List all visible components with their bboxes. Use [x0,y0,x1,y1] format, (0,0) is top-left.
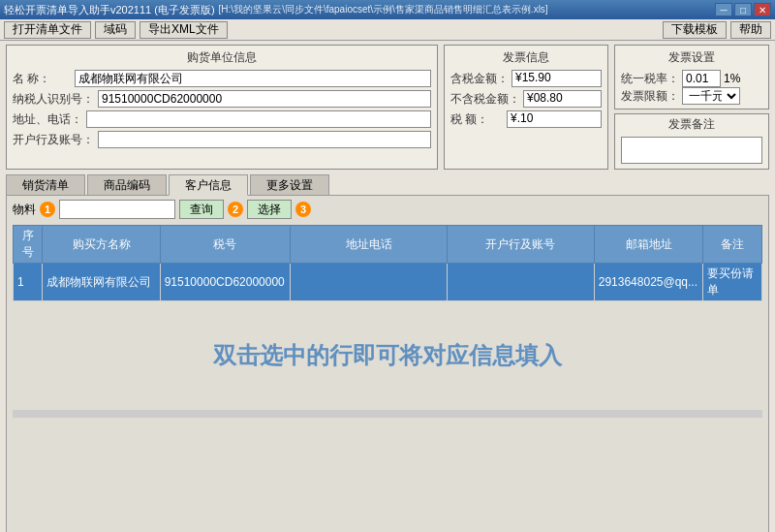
tab-bar: 销货清单 商品编码 客户信息 更多设置 [6,174,769,196]
name-label: 名 称： [13,71,71,87]
tax-label: 税 额： [450,111,504,128]
minimize-button[interactable]: ─ [715,3,732,16]
purchase-info-box: 购货单位信息 名 称： 纳税人识别号： 地址、电话： 开户行及账号： [6,45,438,170]
barcode-button[interactable]: 域码 [95,21,136,39]
purchase-info-title: 购货单位信息 [13,49,431,66]
invoice-settings-panel: 发票设置 统一税率： 1% 发票限额： 一千元 一万元 十万元 发票备注 [614,45,769,170]
table-cell: 要买份请单 [703,264,762,301]
tax-id-row: 纳税人识别号： [13,90,431,108]
tax-amount-label: 含税金额： [450,71,509,87]
tax-row: 税 额： ¥.10 [450,110,602,128]
no-tax-amount-row: 不含税金额： ¥08.80 [450,90,602,108]
tax-id-input[interactable] [98,90,431,108]
select-button[interactable]: 选择 [247,200,292,219]
no-tax-amount-label: 不含税金额： [450,91,520,108]
tax-rate-row: 统一税率： 1% [621,70,762,87]
tab-sales-list[interactable]: 销货清单 [6,174,85,196]
tax-rate-pct: 1% [724,72,740,85]
file-path: [H:\我的坚果云\同步文件\fapaiocset\示例\售家渠商品销售明细汇总… [219,3,548,16]
title-bar-controls: ─ □ ✕ [715,3,771,16]
table-header-row: 序 号 购买方名称 税号 地址电话 开户行及账号 邮箱地址 备注 [14,226,762,264]
table-cell: 2913648025@qq... [594,264,703,301]
invoice-note-box: 发票备注 [614,113,769,170]
help-button[interactable]: 帮助 [730,21,771,39]
bank-input[interactable] [98,131,431,148]
search-bar: 物料 1 查询 2 选择 3 [13,200,762,219]
table-row[interactable]: 1成都物联网有限公司91510000CD620000002913648025@q… [14,264,762,301]
addr-phone-input[interactable] [86,110,431,128]
tax-id-label: 纳税人识别号： [13,91,94,108]
table-cell [291,264,448,301]
invoice-note-input[interactable] [621,137,762,164]
th-email: 邮箱地址 [594,226,703,264]
tax-amount-row: 含税金额： ¥15.90 [450,70,602,87]
customer-table: 序 号 购买方名称 税号 地址电话 开户行及账号 邮箱地址 备注 1成都物联网有… [13,225,762,301]
table-cell: 成都物联网有限公司 [43,264,160,301]
tab-customer-info[interactable]: 客户信息 [169,174,248,196]
circle-num-3: 3 [295,202,311,217]
tax-amount-value: ¥15.90 [512,70,602,87]
tax-rate-input[interactable] [682,70,721,87]
invoice-info-box: 发票信息 含税金额： ¥15.90 不含税金额： ¥08.80 税 额： ¥.1… [444,45,608,170]
limit-select[interactable]: 一千元 一万元 十万元 [682,87,740,105]
circle-num-1: 1 [40,202,55,217]
th-seq: 序 号 [14,226,43,264]
addr-phone-row: 地址、电话： [13,110,431,128]
query-button[interactable]: 查询 [179,200,224,219]
bank-row: 开户行及账号： [13,131,431,148]
th-note: 备注 [703,226,762,264]
th-name: 购买方名称 [43,226,160,264]
maximize-button[interactable]: □ [734,3,752,16]
customer-table-container: 序 号 购买方名称 税号 地址电话 开户行及账号 邮箱地址 备注 1成都物联网有… [13,225,762,301]
no-tax-amount-value: ¥08.80 [523,90,602,108]
tab-customer-info-label: 客户信息 [185,177,232,194]
invoice-settings-box: 发票设置 统一税率： 1% 发票限额： 一千元 一万元 十万元 [614,45,769,110]
search-input[interactable] [59,200,175,219]
bank-label: 开户行及账号： [13,132,94,148]
th-addr: 地址电话 [291,226,448,264]
invoice-settings-title: 发票设置 [621,49,762,66]
table-cell: 91510000CD62000000 [160,264,291,301]
limit-row: 发票限额： 一千元 一万元 十万元 [621,87,762,105]
title-bar: 轻松开票清单导入助手v202111 (电子发票版) [H:\我的坚果云\同步文件… [0,0,775,19]
download-template-button[interactable]: 下载模板 [663,21,727,39]
table-cell: 1 [14,264,43,301]
top-section: 购货单位信息 名 称： 纳税人识别号： 地址、电话： 开户行及账号： 发票信息 [6,45,769,170]
search-field-label: 物料 [13,202,36,218]
th-bank: 开户行及账号 [448,226,595,264]
tab-more-settings-label: 更多设置 [266,177,313,194]
circle-num-2: 2 [228,202,243,217]
tax-rate-label: 统一税率： [621,71,679,87]
tab-sales-list-label: 销货清单 [22,177,69,194]
tab-product-code-label: 商品编码 [104,177,150,194]
invoice-info-title: 发票信息 [450,49,602,66]
export-xml-button[interactable]: 导出XML文件 [140,21,228,39]
tab-content: 物料 1 查询 2 选择 3 序 号 购买方名称 税号 地址电话 [6,195,769,532]
table-cell [448,264,595,301]
main-content: 购货单位信息 名 称： 纳税人识别号： 地址、电话： 开户行及账号： 发票信息 [0,41,775,532]
app-title: 轻松开票清单导入助手v202111 (电子发票版) [4,3,215,17]
hint-text: 双击选中的行即可将对应信息填入 [13,340,762,371]
name-row: 名 称： [13,70,431,87]
tax-value: ¥.10 [507,110,602,128]
th-tax: 税号 [160,226,291,264]
tab-more-settings[interactable]: 更多设置 [250,174,329,196]
horizontal-scrollbar[interactable] [13,410,762,418]
tab-section: 销货清单 商品编码 客户信息 更多设置 物料 1 查询 2 选择 3 [6,173,769,532]
title-bar-left: 轻松开票清单导入助手v202111 (电子发票版) [H:\我的坚果云\同步文件… [4,3,548,17]
tab-product-code[interactable]: 商品编码 [87,174,167,196]
limit-label: 发票限额： [621,88,679,105]
close-button[interactable]: ✕ [754,3,771,16]
addr-phone-label: 地址、电话： [13,111,82,128]
menu-bar: 打开清单文件 域码 导出XML文件 下载模板 帮助 [0,19,775,41]
open-file-button[interactable]: 打开清单文件 [4,21,91,39]
name-input[interactable] [75,70,431,87]
invoice-note-title: 发票备注 [621,116,762,133]
